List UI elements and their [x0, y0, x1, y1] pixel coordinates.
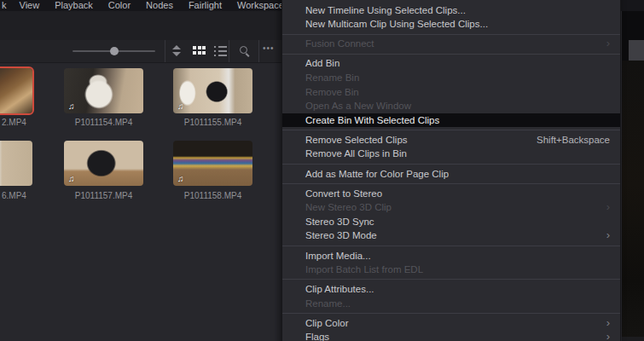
clip-thumbnail[interactable]: ♫ [64, 68, 143, 113]
menu-separator [282, 130, 620, 130]
menu-separator [282, 313, 620, 314]
menubar-item-fairlight[interactable]: Fairlight [181, 0, 229, 11]
menu-separator [282, 164, 620, 165]
grid-view-icon[interactable] [193, 46, 207, 56]
submenu-arrow-icon: › [606, 228, 610, 243]
sort-order-icon[interactable] [171, 44, 182, 58]
audio-note-icon: ♫ [68, 101, 75, 111]
viewer-toolbar-edge [629, 40, 644, 61]
menu-item-new-stereo-3d-clip: New Stereo 3D Clip › [282, 200, 620, 215]
menubar-item-color[interactable]: Color [101, 0, 138, 11]
menu-item-stereo-3d-mode[interactable]: Stereo 3D Mode › [282, 228, 620, 243]
menubar-item-playback[interactable]: Playback [47, 0, 101, 11]
audio-note-icon: ♫ [177, 101, 184, 111]
menu-item-remove-selected-clips[interactable]: Remove Selected Clips Shift+Backspace [282, 133, 620, 147]
clip-thumbnail[interactable] [0, 68, 32, 113]
menu-item-flags[interactable]: Flags › [282, 330, 620, 341]
clip-filename: P1011155.MP4 [173, 118, 252, 127]
clip-filename: P1011158.MP4 [173, 191, 252, 200]
clip-filename: 2.MP4 [2, 118, 53, 127]
clip-filename: 6.MP4 [2, 191, 53, 200]
menu-item-convert-to-stereo[interactable]: Convert to Stereo [282, 187, 620, 201]
submenu-arrow-icon: › [606, 37, 610, 51]
list-view-icon[interactable] [214, 46, 227, 56]
menu-item-create-bin-with-selected-clips[interactable]: Create Bin With Selected Clips [282, 113, 620, 128]
menu-separator [282, 246, 620, 246]
media-pool-context-menu: Timelines › New Timeline Using Selected … [281, 0, 621, 341]
menu-item-import-batch-list-from-edl: Import Batch List from EDL [282, 263, 620, 277]
submenu-arrow-icon: › [606, 330, 610, 341]
clip-filename: P1011154.MP4 [64, 118, 143, 127]
toolbar-divider [229, 40, 229, 62]
menubar-item-nodes[interactable]: Nodes [138, 0, 181, 11]
clip-filename: P1011157.MP4 [64, 191, 143, 200]
menu-item-add-as-matte-for-color-page-clip[interactable]: Add as Matte for Color Page Clip [282, 167, 620, 182]
menu-separator [282, 34, 620, 35]
menu-separator [282, 54, 620, 55]
audio-note-icon: ♫ [177, 174, 184, 183]
menubar-item-mark-partial[interactable]: k [0, 0, 12, 11]
menu-item-add-bin[interactable]: Add Bin [282, 56, 620, 71]
menubar-item-view[interactable]: View [12, 0, 48, 11]
toolbar-divider [165, 40, 165, 62]
submenu-arrow-icon: › [606, 316, 610, 331]
menu-item-import-media[interactable]: Import Media... [282, 249, 620, 263]
menu-item-stereo-3d-sync[interactable]: Stereo 3D Sync [282, 215, 620, 229]
viewer-panel-edge [622, 0, 644, 341]
viewer-video-edge [622, 61, 644, 337]
menu-item-rename: Rename... [282, 297, 620, 311]
menu-item-new-timeline-using-selected-clips[interactable]: New Timeline Using Selected Clips... [282, 3, 620, 18]
toolbar-divider [258, 40, 259, 62]
thumbnail-size-slider-handle[interactable] [110, 47, 119, 55]
viewer-bottom-edge [622, 337, 644, 341]
more-options-icon[interactable]: ••• [263, 43, 275, 53]
menu-separator [282, 279, 620, 280]
clip-thumbnail[interactable]: ♫ [173, 141, 252, 186]
menu-item-clip-attributes[interactable]: Clip Attributes... [282, 282, 620, 297]
menu-item-remove-bin: Remove Bin [282, 85, 620, 100]
submenu-arrow-icon: › [606, 200, 610, 215]
media-pool-toolbar: ••• [0, 40, 281, 63]
search-icon[interactable] [239, 45, 251, 57]
menu-item-remove-all-clips-in-bin[interactable]: Remove All Clips in Bin [282, 147, 620, 161]
menu-shortcut: Shift+Backspace [537, 133, 610, 147]
menu-item-open-as-a-new-window: Open As a New Window [282, 99, 620, 113]
menu-item-rename-bin: Rename Bin [282, 71, 620, 85]
clip-thumbnail[interactable]: ♫ [64, 141, 143, 186]
menu-item-clip-color[interactable]: Clip Color › [282, 316, 620, 331]
submenu-arrow-icon: › [606, 0, 610, 3]
audio-note-icon: ♫ [68, 174, 75, 183]
menu-item-fusion-connect: Fusion Connect › [282, 37, 620, 51]
menu-separator [282, 183, 620, 184]
menu-item-new-multicam-clip-using-selected-clips[interactable]: New Multicam Clip Using Selected Clips..… [282, 17, 620, 32]
clip-thumbnail[interactable]: ♫ [173, 68, 252, 113]
media-pool-clip-grid: 2.MP4 ♫ P1011154.MP4 ♫ P1011155.MP4 6.MP… [0, 63, 281, 341]
media-pool-header-band [0, 11, 281, 40]
clip-thumbnail[interactable] [0, 141, 32, 186]
